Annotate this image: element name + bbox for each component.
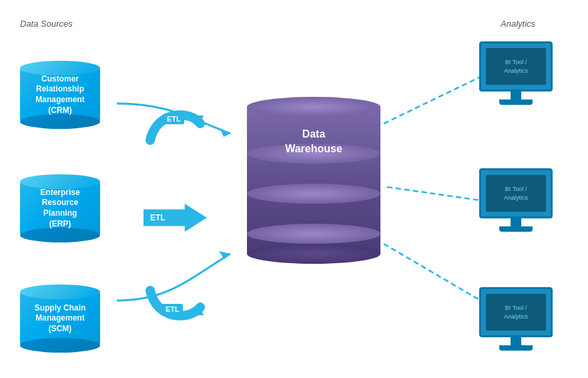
analytics-label: Analytics (501, 19, 535, 29)
etl-erp-arrow: ETL (143, 204, 207, 232)
svg-marker-2 (220, 128, 230, 137)
monitor-2-base (499, 226, 533, 232)
data-warehouse: Data Warehouse (247, 87, 380, 274)
etl-crm-arrow: ETL (143, 104, 210, 153)
monitor-1-text: BI Tool / Analytics (504, 58, 528, 75)
erp-label: EnterpriseResourcePlanning(ERP) (37, 185, 82, 232)
dw-body: Data Warehouse (247, 107, 380, 254)
monitor-3-screen: BI Tool / Analytics (479, 287, 553, 337)
etl-scm-arrow: ETL (143, 280, 210, 330)
dw-bottom-ellipse (247, 244, 380, 264)
monitor-2: BI Tool / Analytics (479, 168, 553, 232)
monitor-3: BI Tool / Analytics (479, 287, 553, 351)
scm-top (20, 285, 100, 299)
crm-label: Customer Relationship Management (CRM) (33, 71, 87, 118)
svg-marker-3 (219, 251, 230, 259)
dw-label: Data Warehouse (285, 127, 342, 157)
data-sources-label: Data Sources (20, 19, 73, 29)
monitor-1-screen: BI Tool / Analytics (479, 41, 553, 91)
scm-body: Supply ChainManagement(SCM) (20, 292, 100, 345)
dw-disk-3 (247, 224, 380, 244)
monitor-3-text: BI Tool / Analytics (504, 304, 528, 321)
erp-cylinder: EnterpriseResourcePlanning(ERP) (20, 167, 100, 250)
monitor-3-inner: BI Tool / Analytics (486, 294, 546, 331)
dw-disk-2 (247, 184, 380, 204)
diagram-container: Data Sources Analytics Custom (0, 0, 588, 378)
svg-line-6 (384, 244, 481, 301)
monitor-2-screen: BI Tool / Analytics (479, 168, 553, 218)
scm-bottom (20, 338, 100, 353)
monitor-2-neck (511, 218, 521, 226)
svg-line-4 (384, 77, 481, 124)
scm-label: Supply ChainManagement(SCM) (32, 301, 89, 337)
monitor-2-text: BI Tool / Analytics (504, 185, 528, 202)
etl-scm-label: ETL (162, 304, 183, 315)
monitor-1-neck (511, 91, 521, 100)
erp-body: EnterpriseResourcePlanning(ERP) (20, 182, 100, 235)
monitor-3-neck (511, 337, 521, 345)
crm-cylinder: Customer Relationship Management (CRM) (20, 53, 100, 136)
dw-top-ellipse (247, 97, 380, 117)
monitor-1-base (499, 100, 533, 105)
svg-line-5 (387, 187, 481, 200)
monitor-1-inner: BI Tool / Analytics (486, 48, 546, 85)
monitor-2-inner: BI Tool / Analytics (486, 175, 546, 212)
monitor-1: BI Tool / Analytics (479, 41, 553, 105)
etl-erp-label: ETL (150, 213, 166, 222)
scm-cylinder: Supply ChainManagement(SCM) (20, 277, 100, 360)
monitor-3-base (499, 345, 533, 351)
etl-crm-label: ETL (164, 114, 184, 124)
crm-body: Customer Relationship Management (CRM) (20, 68, 100, 122)
